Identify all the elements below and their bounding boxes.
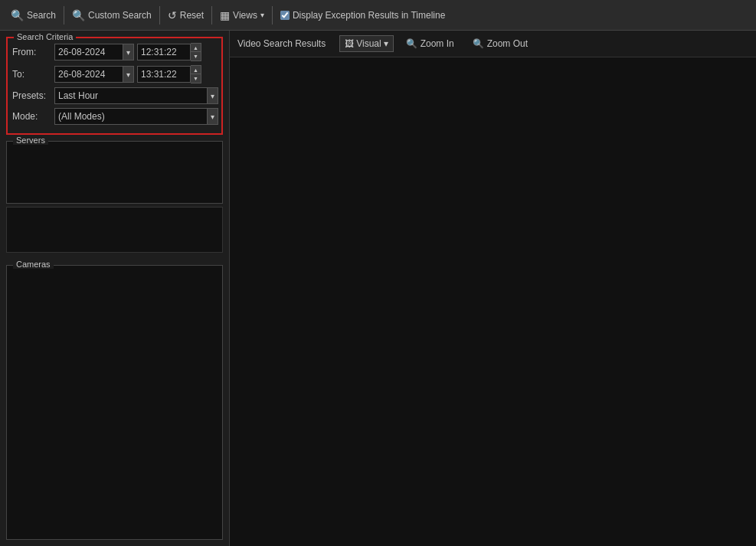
search-criteria-title: Search Criteria — [14, 32, 76, 41]
presets-row: Presets: ▾ — [12, 87, 217, 104]
results-title: Video Search Results — [237, 38, 326, 49]
from-date-input[interactable] — [54, 44, 123, 60]
mode-dropdown-wrapper: ▾ — [54, 108, 218, 125]
search-button[interactable]: 🔍 Search — [5, 0, 62, 30]
servers-list — [7, 142, 222, 203]
from-time-up-button[interactable]: ▲ — [191, 44, 201, 52]
servers-box: Servers — [6, 141, 223, 204]
zoom-out-button[interactable]: 🔍 Zoom Out — [466, 35, 534, 52]
views-button[interactable]: ▦ Views ▾ — [214, 0, 270, 30]
from-time-spinner: ▲ ▼ — [191, 43, 201, 61]
views-icon: ▦ — [220, 9, 230, 21]
zoom-out-icon: 🔍 — [473, 38, 484, 49]
from-label: From: — [12, 47, 54, 57]
cameras-box: Cameras — [6, 265, 223, 540]
separator-1 — [64, 6, 64, 25]
visual-label: Visual — [356, 38, 381, 49]
to-time-wrapper: ▲ ▼ — [137, 65, 201, 83]
to-date-input[interactable] — [54, 66, 123, 83]
from-row: From: ▾ ▲ ▼ — [12, 43, 217, 61]
zoom-in-icon: 🔍 — [406, 38, 417, 49]
visual-icon: 🖼 — [345, 38, 354, 49]
reset-label: Reset — [180, 10, 204, 21]
toolbar: 🔍 Search 🔍 Custom Search ↺ Reset ▦ Views… — [0, 0, 756, 31]
main-container: Search Criteria From: ▾ ▲ ▼ To: ▾ — [0, 31, 756, 546]
left-panel: Search Criteria From: ▾ ▲ ▼ To: ▾ — [0, 31, 230, 546]
views-label: Views — [233, 10, 257, 21]
mode-input[interactable] — [54, 108, 208, 125]
display-exception-text: Display Exception Results in Timeline — [293, 10, 445, 21]
reset-icon: ↺ — [168, 9, 177, 21]
custom-search-label: Custom Search — [88, 10, 152, 21]
cameras-list — [7, 266, 222, 539]
cameras-title: Cameras — [13, 260, 54, 269]
display-exception-checkbox[interactable] — [280, 11, 290, 20]
chevron-down-icon: ▾ — [260, 11, 264, 19]
search-criteria-box: Search Criteria From: ▾ ▲ ▼ To: ▾ — [6, 37, 223, 135]
to-calendar-button[interactable]: ▾ — [123, 66, 134, 83]
to-time-up-button[interactable]: ▲ — [191, 66, 201, 74]
mode-row: Mode: ▾ — [12, 108, 217, 125]
separator-4 — [272, 6, 273, 25]
search-label: Search — [27, 10, 56, 21]
presets-label: Presets: — [12, 90, 54, 101]
separator-3 — [211, 6, 212, 25]
presets-input[interactable] — [54, 87, 208, 104]
visual-arrow-icon: ▾ — [384, 38, 388, 49]
from-time-input[interactable] — [137, 44, 191, 60]
right-panel: Video Search Results 🖼 Visual ▾ 🔍 Zoom I… — [230, 31, 756, 546]
to-time-spinner: ▲ ▼ — [191, 65, 201, 83]
to-time-input[interactable] — [137, 66, 191, 83]
reset-button[interactable]: ↺ Reset — [162, 0, 210, 30]
presets-dropdown-wrapper: ▾ — [54, 87, 218, 104]
display-exception-label[interactable]: Display Exception Results in Timeline — [274, 7, 451, 24]
separator-2 — [159, 6, 160, 25]
zoom-in-button[interactable]: 🔍 Zoom In — [400, 35, 460, 52]
from-calendar-button[interactable]: ▾ — [123, 44, 134, 60]
custom-search-icon: 🔍 — [72, 9, 85, 21]
to-label: To: — [12, 69, 54, 80]
search-icon: 🔍 — [11, 9, 24, 21]
to-row: To: ▾ ▲ ▼ — [12, 65, 217, 83]
from-time-down-button[interactable]: ▼ — [191, 52, 201, 60]
results-content — [230, 57, 756, 546]
servers-title: Servers — [13, 136, 48, 145]
custom-search-button[interactable]: 🔍 Custom Search — [66, 0, 158, 30]
results-header: Video Search Results 🖼 Visual ▾ 🔍 Zoom I… — [230, 31, 756, 57]
from-time-wrapper: ▲ ▼ — [137, 43, 201, 61]
mode-label: Mode: — [12, 111, 54, 122]
presets-arrow-button[interactable]: ▾ — [208, 87, 218, 104]
to-time-down-button[interactable]: ▼ — [191, 74, 201, 83]
zoom-out-label: Zoom Out — [487, 38, 528, 49]
visual-button[interactable]: 🖼 Visual ▾ — [339, 35, 393, 52]
blank-area — [6, 207, 223, 253]
mode-arrow-button[interactable]: ▾ — [208, 108, 218, 125]
zoom-in-label: Zoom In — [421, 38, 454, 49]
